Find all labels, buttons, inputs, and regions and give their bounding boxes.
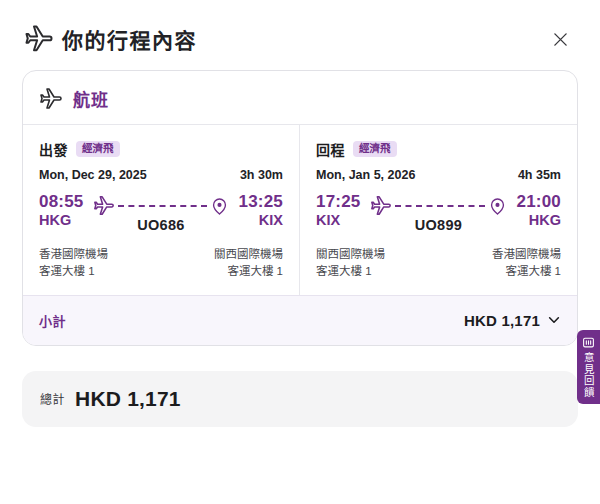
chevron-down-icon[interactable] [547,313,561,327]
arrival-airport: 香港國際機場 客運大樓 1 [492,246,561,281]
total-label: 總計 [40,390,65,407]
airplane-icon [370,195,392,217]
route-dashed-line [118,205,207,207]
departure-code: KIX [316,212,366,229]
subtotal-label: 小計 [39,311,66,330]
route-dashed-line [395,205,485,207]
departure-airport: 關西國際機場 客運大樓 1 [316,246,385,281]
page-title: 你的行程內容 [62,24,197,54]
header: 你的行程內容 [0,0,600,54]
flight-card: 航班 出發 經濟飛 Mon, Dec 29, 2025 3h 30m 08:55… [22,70,578,346]
arrival-code: KIX [233,212,283,229]
route: 17:25 KIX [316,192,561,233]
flight-duration: 4h 35m [518,168,561,182]
flight-number: UO686 [137,217,184,233]
flight-date: Mon, Jan 5, 2026 [316,168,415,182]
flight-date: Mon, Dec 29, 2025 [39,168,147,182]
total-box: 總計 HKD 1,171 [22,371,578,427]
arrival-time: 13:25 [233,192,283,212]
departure-code: HKG [39,212,89,229]
survey-icon [582,336,595,349]
arrival-time: 21:00 [511,192,561,212]
feedback-tab-label: 意見回饋 [583,352,594,398]
flight-duration: 3h 30m [240,168,283,182]
itinerary-panel: 你的行程內容 航班 出發 經濟飛 [0,0,600,504]
cabin-badge: 經濟飛 [76,141,120,158]
total-amount: HKD 1,171 [75,387,181,411]
direction-label: 出發 [39,139,68,159]
segment-return: 回程 經濟飛 Mon, Jan 5, 2026 4h 35m 17:25 KIX [300,125,577,295]
departure-time: 08:55 [39,192,89,212]
airplane-icon [39,87,63,111]
cabin-badge: 經濟飛 [353,141,397,158]
arrival-airport: 關西國際機場 客運大樓 1 [214,246,283,281]
direction-label: 回程 [316,139,345,159]
card-title: 航班 [73,86,109,111]
feedback-tab[interactable]: 意見回饋 [577,330,600,404]
airplane-icon [24,24,54,54]
departure-airport: 香港國際機場 客運大樓 1 [39,246,108,281]
location-pin-icon [210,197,229,216]
flight-card-header: 航班 [23,71,577,124]
subtotal-amount: HKD 1,171 [464,312,540,329]
route: 08:55 HKG [39,192,283,233]
segments: 出發 經濟飛 Mon, Dec 29, 2025 3h 30m 08:55 HK… [23,125,577,295]
airplane-icon [93,195,115,217]
close-button[interactable] [546,25,574,53]
location-pin-icon [488,197,507,216]
subtotal-row[interactable]: 小計 HKD 1,171 [23,295,577,345]
departure-time: 17:25 [316,192,366,212]
flight-number: UO899 [415,217,462,233]
segment-outbound: 出發 經濟飛 Mon, Dec 29, 2025 3h 30m 08:55 HK… [23,125,300,295]
close-icon [553,32,568,47]
arrival-code: HKG [511,212,561,229]
